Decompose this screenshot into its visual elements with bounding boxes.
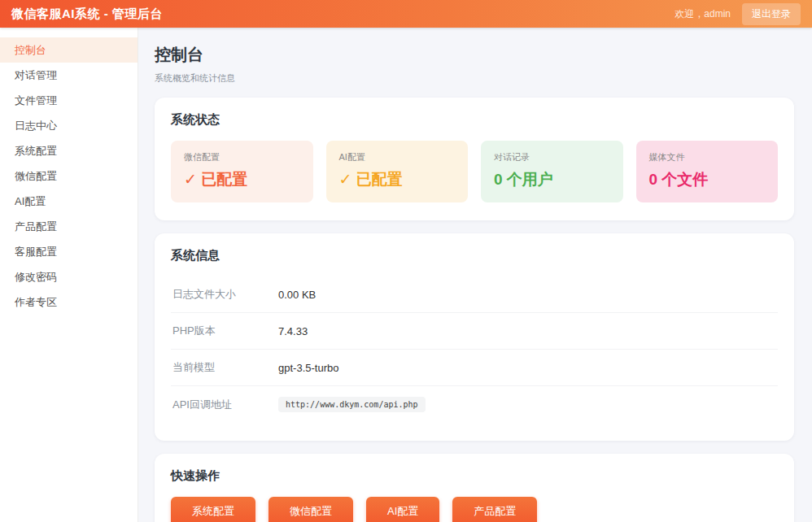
system-status-title: 系统状态	[171, 112, 778, 128]
sidebar-item-change-password[interactable]: 修改密码	[0, 264, 138, 289]
welcome-text: 欢迎，admin	[674, 7, 731, 21]
info-row-current-model: 当前模型 gpt-3.5-turbo	[171, 350, 778, 386]
sidebar-item-files[interactable]: 文件管理	[0, 88, 138, 113]
stat-ai-config: AI配置 ✓ 已配置	[326, 141, 469, 202]
sidebar-item-dashboard[interactable]: 控制台	[0, 37, 138, 63]
stat-wechat-config: 微信配置 ✓ 已配置	[171, 141, 313, 202]
stat-label: AI配置	[339, 151, 456, 163]
info-label: 当前模型	[172, 360, 278, 375]
sidebar-nav: 控制台 对话管理 文件管理 日志中心 系统配置 微信配置 AI配置 产品配置 客…	[0, 28, 138, 522]
api-callback-url: http://www.dkym.com/api.php	[278, 397, 426, 412]
stat-value: 0 个文件	[649, 169, 766, 190]
sidebar-item-product-config[interactable]: 产品配置	[0, 214, 138, 239]
quick-actions-row: 系统配置 微信配置 AI配置 产品配置	[171, 497, 778, 522]
sidebar-item-wechat-config[interactable]: 微信配置	[0, 163, 138, 189]
info-row-php-version: PHP版本 7.4.33	[171, 313, 778, 350]
app-title: 微信客服AI系统 - 管理后台	[11, 7, 163, 22]
sidebar-item-service-config[interactable]: 客服配置	[0, 239, 138, 264]
info-value: gpt-3.5-turbo	[278, 362, 338, 374]
info-label: API回调地址	[172, 398, 278, 412]
info-label: PHP版本	[172, 324, 278, 338]
stat-conversation-records: 对话记录 0 个用户	[481, 141, 623, 202]
quick-button-wechat-config[interactable]: 微信配置	[268, 497, 353, 522]
stat-media-files: 媒体文件 0 个文件	[636, 141, 779, 202]
sidebar-item-system-config[interactable]: 系统配置	[0, 138, 138, 163]
stat-label: 微信配置	[184, 151, 300, 163]
sidebar-item-ai-config[interactable]: AI配置	[0, 189, 138, 214]
sidebar-item-logs[interactable]: 日志中心	[0, 113, 138, 138]
page-subtitle: 系统概览和统计信息	[155, 72, 794, 85]
system-status-card: 系统状态 微信配置 ✓ 已配置 AI配置 ✓ 已配置 对话记录 0 个用户 媒体…	[155, 98, 794, 220]
stat-label: 对话记录	[494, 151, 610, 163]
stat-value: 0 个用户	[494, 169, 610, 190]
status-grid: 微信配置 ✓ 已配置 AI配置 ✓ 已配置 对话记录 0 个用户 媒体文件 0 …	[171, 141, 778, 202]
logout-button[interactable]: 退出登录	[742, 3, 801, 25]
stat-value: ✓ 已配置	[184, 169, 300, 190]
main-content: 控制台 系统概览和统计信息 系统状态 微信配置 ✓ 已配置 AI配置 ✓ 已配置…	[138, 28, 812, 522]
quick-button-system-config[interactable]: 系统配置	[171, 497, 255, 522]
info-row-log-size: 日志文件大小 0.00 KB	[171, 276, 778, 313]
header-right: 欢迎，admin 退出登录	[674, 3, 801, 25]
quick-button-ai-config[interactable]: AI配置	[366, 497, 439, 522]
info-value: 7.4.33	[278, 325, 308, 337]
sidebar-item-author-zone[interactable]: 作者专区	[0, 289, 138, 315]
quick-actions-title: 快速操作	[171, 468, 778, 484]
info-row-api-callback: API回调地址 http://www.dkym.com/api.php	[171, 386, 778, 423]
quick-button-product-config[interactable]: 产品配置	[452, 497, 537, 522]
quick-actions-card: 快速操作 系统配置 微信配置 AI配置 产品配置	[155, 454, 794, 522]
top-header-bar: 微信客服AI系统 - 管理后台 欢迎，admin 退出登录	[0, 0, 812, 28]
page-title: 控制台	[155, 44, 794, 66]
info-label: 日志文件大小	[172, 287, 278, 302]
system-info-card: 系统信息 日志文件大小 0.00 KB PHP版本 7.4.33 当前模型 gp…	[155, 233, 794, 441]
sidebar-item-conversations[interactable]: 对话管理	[0, 63, 138, 88]
stat-value: ✓ 已配置	[339, 169, 456, 190]
info-value: 0.00 KB	[278, 289, 316, 301]
stat-label: 媒体文件	[649, 151, 766, 163]
system-info-title: 系统信息	[171, 248, 778, 263]
